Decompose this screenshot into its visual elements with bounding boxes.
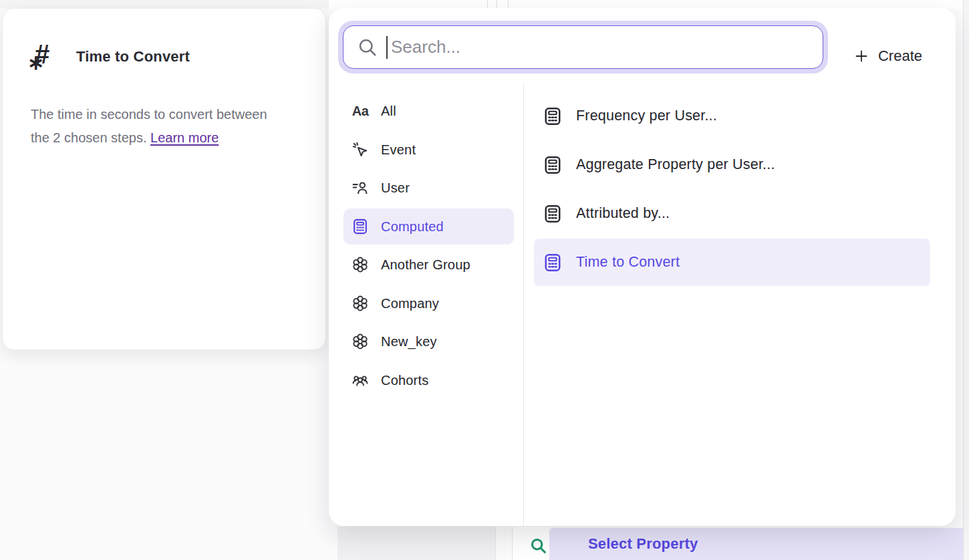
property-picker-screen: Select Property # ∗ Time to Convert The … <box>0 0 969 560</box>
property-picker-dropdown: Create Aa All Event <box>329 8 956 526</box>
result-attributed-by[interactable]: Attributed by... <box>534 190 930 237</box>
category-another-group[interactable]: Another Group <box>343 247 514 283</box>
people-icon <box>352 372 369 389</box>
result-time-to-convert[interactable]: Time to Convert <box>534 239 930 286</box>
cursor-click-icon <box>352 141 369 158</box>
hash-asterisk-icon: # ∗ <box>28 41 60 73</box>
search-field[interactable] <box>343 25 823 69</box>
search-icon <box>529 537 548 555</box>
calculator-icon <box>543 204 563 224</box>
search-input[interactable] <box>343 26 823 68</box>
select-property-label: Select Property <box>588 535 698 553</box>
tooltip-header: # ∗ Time to Convert <box>28 41 190 73</box>
tooltip-description: The time in seconds to convert between t… <box>31 103 305 150</box>
calculator-icon <box>543 155 563 175</box>
column-divider <box>523 84 524 526</box>
plus-icon <box>853 48 869 64</box>
create-button[interactable]: Create <box>844 37 932 75</box>
category-new-key[interactable]: New_key <box>343 323 514 360</box>
category-all[interactable]: Aa All <box>343 93 514 129</box>
select-property-field[interactable]: Select Property <box>549 528 963 560</box>
search-field-halo <box>338 21 828 74</box>
calculator-icon <box>543 106 563 126</box>
category-event[interactable]: Event <box>343 132 514 168</box>
category-company[interactable]: Company <box>343 285 514 321</box>
tooltip-card: # ∗ Time to Convert The time in seconds … <box>2 8 326 350</box>
tooltip-title: Time to Convert <box>76 48 190 65</box>
group-cluster-icon <box>352 295 369 312</box>
group-cluster-icon <box>352 333 369 350</box>
description-line2: the 2 chosen steps. <box>31 130 150 145</box>
user-list-icon <box>352 179 369 196</box>
category-computed[interactable]: Computed <box>343 208 514 245</box>
category-user[interactable]: User <box>343 170 514 206</box>
create-button-label: Create <box>878 47 922 65</box>
background-row <box>337 527 496 560</box>
background-panel-edge <box>963 0 969 560</box>
calculator-icon <box>543 253 563 273</box>
group-cluster-icon <box>352 256 369 273</box>
result-aggregate-property-per-user[interactable]: Aggregate Property per User... <box>534 141 930 188</box>
text-aa-icon: Aa <box>352 102 369 120</box>
background-row-gap <box>497 527 513 560</box>
category-cohorts[interactable]: Cohorts <box>343 362 514 398</box>
result-frequency-per-user[interactable]: Frequency per User... <box>534 92 930 140</box>
description-line1: The time in seconds to convert between <box>31 107 267 122</box>
calculator-icon <box>352 218 369 235</box>
learn-more-link[interactable]: Learn more <box>150 130 219 145</box>
